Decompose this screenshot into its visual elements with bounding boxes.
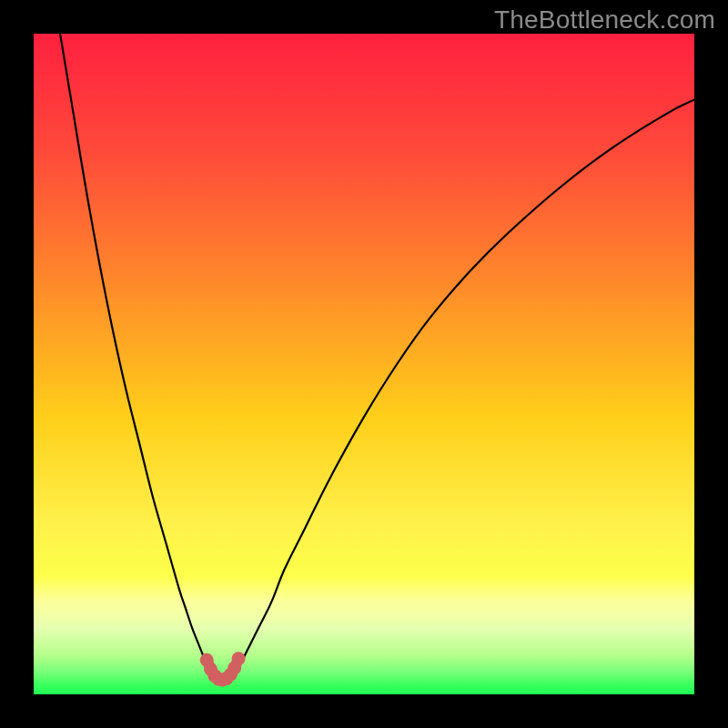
gradient-background (34, 34, 694, 694)
bottleneck-chart (34, 34, 694, 694)
watermark-text: TheBottleneck.com (494, 5, 715, 35)
marker-dot (232, 652, 246, 665)
chart-frame: TheBottleneck.com (0, 0, 728, 728)
